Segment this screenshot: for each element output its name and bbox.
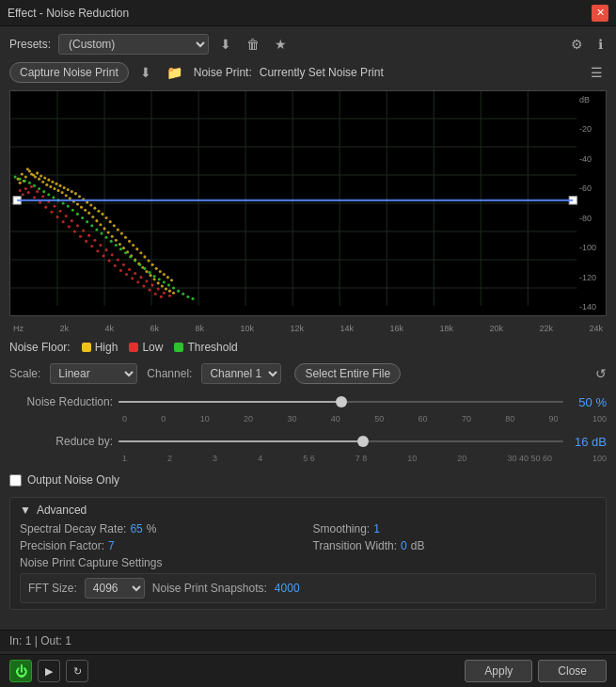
save-noise-print-icon[interactable]: ⬇: [136, 63, 155, 82]
info-icon[interactable]: ℹ: [594, 35, 607, 54]
noise-reduction-ticks: 0 0 10 20 30 40 50 60 70 80 90 100: [9, 414, 607, 423]
svg-point-184: [167, 283, 170, 286]
svg-point-101: [24, 187, 27, 190]
spectral-decay-value: 65: [130, 522, 142, 535]
svg-point-48: [132, 244, 134, 247]
noise-print-bar: Capture Noise Print ⬇ 📁 Noise Print: Cur…: [9, 62, 607, 83]
channel-select[interactable]: Channel 1 Channel 2: [201, 363, 281, 384]
svg-point-80: [99, 223, 102, 226]
close-dialog-button[interactable]: Close: [538, 660, 607, 682]
svg-point-148: [142, 284, 145, 287]
reduce-by-ticks: 1 2 3 4 5 6 7 8 10 20 30 40 50 60 100: [9, 454, 607, 463]
svg-point-126: [168, 295, 171, 297]
svg-point-71: [65, 194, 68, 197]
svg-point-112: [87, 234, 90, 237]
select-entire-file-button[interactable]: Select Entire File: [294, 363, 401, 384]
noise-reduction-value: 50 %: [569, 395, 607, 409]
scale-select[interactable]: Linear Logarithmic: [50, 363, 137, 384]
reset-icon[interactable]: ↺: [595, 366, 607, 381]
smoothing-value: 1: [373, 522, 380, 535]
svg-point-120: [134, 272, 136, 275]
play-button[interactable]: ▶: [38, 660, 60, 682]
svg-point-59: [19, 182, 22, 184]
svg-point-135: [68, 225, 71, 228]
svg-point-133: [55, 216, 58, 218]
svg-point-96: [161, 284, 164, 287]
threshold-legend: Threshold: [174, 341, 237, 354]
fft-size-select[interactable]: 256 512 1024 2048 4096 8192 16384: [85, 578, 145, 599]
close-button[interactable]: ✕: [592, 5, 608, 22]
svg-point-154: [24, 180, 26, 183]
svg-point-174: [119, 248, 122, 250]
svg-point-163: [67, 205, 70, 208]
svg-point-28: [55, 183, 57, 185]
high-color-dot: [82, 343, 91, 352]
transition-value: 0: [401, 539, 407, 552]
svg-point-26: [47, 179, 50, 182]
svg-point-19: [21, 172, 24, 175]
svg-point-187: [182, 293, 184, 296]
noise-print-value: Currently Set Noise Print: [260, 66, 384, 79]
svg-point-95: [157, 281, 160, 284]
svg-point-173: [115, 244, 118, 247]
save-preset-button[interactable]: ⬇: [216, 35, 235, 54]
loop-button[interactable]: ↻: [66, 660, 88, 682]
reduce-by-label: Reduce by:: [9, 435, 113, 448]
fft-size-label: FFT Size:: [28, 582, 77, 595]
svg-point-181: [153, 275, 156, 278]
svg-point-166: [81, 216, 84, 219]
checkbox-row: Output Noise Only: [9, 473, 607, 487]
svg-point-157: [38, 187, 40, 190]
svg-point-27: [51, 181, 54, 184]
svg-point-114: [99, 244, 102, 247]
high-label: High: [95, 341, 118, 354]
svg-point-93: [150, 274, 152, 277]
svg-point-79: [95, 219, 98, 222]
svg-point-50: [139, 251, 142, 254]
svg-point-81: [103, 227, 106, 230]
output-noise-checkbox[interactable]: [9, 474, 22, 487]
advanced-header[interactable]: ▼ Advanced: [20, 503, 596, 517]
svg-point-37: [89, 204, 92, 207]
svg-point-20: [24, 176, 27, 179]
spectral-decay-item: Spectral Decay Rate: 65 %: [20, 522, 304, 535]
load-noise-print-icon[interactable]: 📁: [163, 63, 186, 82]
svg-point-40: [101, 213, 103, 216]
svg-point-78: [91, 216, 94, 218]
noise-reduction-thumb[interactable]: [336, 396, 347, 407]
advanced-title: Advanced: [37, 503, 87, 517]
noise-floor-label: Noise Floor:: [9, 341, 71, 354]
smoothing-label: Smoothing:: [313, 522, 371, 535]
svg-point-31: [67, 188, 70, 191]
presets-label: Presets:: [9, 38, 51, 51]
power-button[interactable]: ⏻: [9, 660, 32, 682]
output-noise-label[interactable]: Output Noise Only: [27, 473, 119, 487]
svg-point-86: [122, 247, 125, 249]
delete-preset-button[interactable]: 🗑: [243, 35, 263, 54]
precision-item: Precision Factor: 7: [20, 539, 304, 552]
presets-select[interactable]: (Custom) Light Noise Reduction Strong No…: [58, 34, 209, 55]
svg-point-108: [65, 215, 68, 217]
svg-point-106: [53, 205, 55, 208]
capture-noise-print-button[interactable]: Capture Noise Print: [9, 62, 129, 83]
reduce-by-thumb[interactable]: [357, 436, 369, 447]
svg-point-150: [154, 293, 157, 296]
reduce-by-bg: [118, 440, 563, 442]
apply-button[interactable]: Apply: [465, 660, 532, 682]
chart-x-axis: Hz 2k 4k 6k 8k 10k 12k 14k 16k 18k 20k 2…: [9, 322, 607, 333]
noise-print-menu-icon[interactable]: ☰: [587, 63, 607, 82]
svg-point-180: [149, 271, 151, 274]
svg-point-115: [105, 248, 108, 251]
noise-reduction-bg: [118, 401, 563, 403]
svg-point-149: [149, 289, 151, 292]
svg-point-97: [165, 288, 167, 291]
svg-point-56: [163, 273, 166, 276]
svg-point-104: [41, 195, 44, 198]
svg-point-107: [59, 210, 62, 213]
svg-point-98: [168, 290, 171, 293]
favorite-preset-button[interactable]: ★: [271, 35, 291, 54]
settings-icon[interactable]: ⚙: [567, 35, 587, 54]
svg-point-158: [42, 190, 45, 193]
noise-reduction-row: Noise Reduction: 50 %: [9, 394, 607, 409]
precision-label: Precision Factor:: [20, 539, 104, 552]
